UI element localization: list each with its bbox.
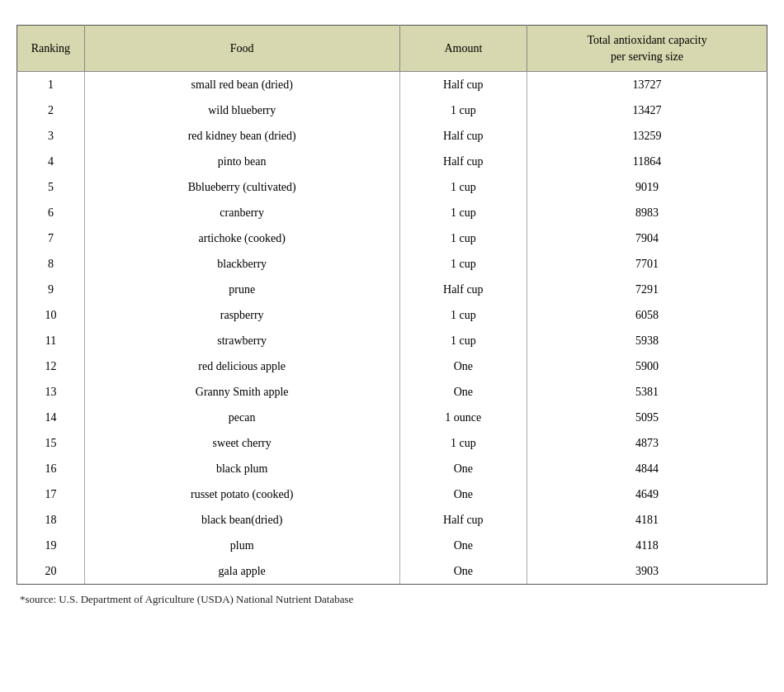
cell-amount: 1 ounce (399, 405, 527, 430)
table-row: 2wild blueberry1 cup13427 (17, 97, 767, 123)
cell-ranking: 5 (17, 174, 85, 200)
header-antioxidant: Total antioxidant capacityper serving si… (527, 26, 767, 72)
table-row: 20gala appleOne3903 (17, 558, 767, 585)
table-row: 15sweet cherry1 cup4873 (17, 430, 767, 456)
cell-ranking: 14 (17, 405, 85, 430)
table-row: 14pecan1 ounce5095 (17, 405, 767, 430)
cell-antioxidant: 4873 (527, 430, 767, 456)
cell-food: plum (84, 533, 399, 558)
cell-amount: Half cup (399, 507, 527, 533)
cell-food: strawberry (84, 328, 399, 353)
cell-antioxidant: 5938 (527, 328, 767, 353)
cell-amount: 1 cup (399, 251, 527, 277)
cell-antioxidant: 3903 (527, 558, 767, 585)
cell-amount: Half cup (399, 72, 527, 98)
cell-ranking: 18 (17, 507, 85, 533)
cell-ranking: 2 (17, 97, 85, 123)
cell-food: Granny Smith apple (84, 379, 399, 405)
cell-amount: One (399, 379, 527, 405)
cell-food: pinto bean (84, 149, 399, 174)
cell-amount: Half cup (399, 277, 527, 302)
cell-food: black plum (84, 456, 399, 481)
cell-food: sweet cherry (84, 430, 399, 456)
cell-amount: One (399, 456, 527, 481)
cell-food: russet potato (cooked) (84, 481, 399, 507)
cell-antioxidant: 5095 (527, 405, 767, 430)
cell-antioxidant: 4118 (527, 533, 767, 558)
cell-ranking: 9 (17, 277, 85, 302)
cell-food: wild blueberry (84, 97, 399, 123)
cell-ranking: 15 (17, 430, 85, 456)
cell-food: prune (84, 277, 399, 302)
antioxidant-table: Ranking Food Amount Total antioxidant ca… (17, 25, 767, 585)
cell-food: Bblueberry (cultivated) (84, 174, 399, 200)
cell-amount: Half cup (399, 149, 527, 174)
cell-food: cranberry (84, 200, 399, 225)
cell-antioxidant: 5900 (527, 353, 767, 379)
table-row: 7artichoke (cooked)1 cup7904 (17, 225, 767, 251)
cell-ranking: 8 (17, 251, 85, 277)
cell-antioxidant: 9019 (527, 174, 767, 200)
cell-amount: One (399, 533, 527, 558)
table-row: 5Bblueberry (cultivated)1 cup9019 (17, 174, 767, 200)
cell-antioxidant: 7904 (527, 225, 767, 251)
cell-ranking: 6 (17, 200, 85, 225)
cell-ranking: 4 (17, 149, 85, 174)
header-food: Food (84, 26, 399, 72)
cell-food: black bean(dried) (84, 507, 399, 533)
cell-ranking: 16 (17, 456, 85, 481)
table-row: 9pruneHalf cup7291 (17, 277, 767, 302)
cell-ranking: 11 (17, 328, 85, 353)
table-row: 12red delicious appleOne5900 (17, 353, 767, 379)
cell-antioxidant: 13427 (527, 97, 767, 123)
cell-ranking: 19 (17, 533, 85, 558)
cell-antioxidant: 13727 (527, 72, 767, 98)
cell-ranking: 17 (17, 481, 85, 507)
cell-antioxidant: 11864 (527, 149, 767, 174)
cell-amount: 1 cup (399, 430, 527, 456)
table-row: 4pinto beanHalf cup11864 (17, 149, 767, 174)
footnote: *source: U.S. Department of Agriculture … (17, 593, 767, 606)
cell-antioxidant: 5381 (527, 379, 767, 405)
cell-food: small red bean (dried) (84, 72, 399, 98)
cell-amount: One (399, 481, 527, 507)
cell-antioxidant: 7291 (527, 277, 767, 302)
cell-antioxidant: 4649 (527, 481, 767, 507)
table-row: 3red kidney bean (dried)Half cup13259 (17, 123, 767, 149)
cell-food: blackberry (84, 251, 399, 277)
cell-food: artichoke (cooked) (84, 225, 399, 251)
cell-food: raspberry (84, 302, 399, 328)
cell-ranking: 10 (17, 302, 85, 328)
table-row: 19plumOne4118 (17, 533, 767, 558)
cell-amount: One (399, 353, 527, 379)
table-row: 10raspberry1 cup6058 (17, 302, 767, 328)
cell-amount: Half cup (399, 123, 527, 149)
cell-ranking: 13 (17, 379, 85, 405)
cell-amount: One (399, 558, 527, 585)
cell-food: gala apple (84, 558, 399, 585)
table-row: 13Granny Smith appleOne5381 (17, 379, 767, 405)
cell-food: red kidney bean (dried) (84, 123, 399, 149)
cell-antioxidant: 8983 (527, 200, 767, 225)
table-row: 6cranberry1 cup8983 (17, 200, 767, 225)
header-ranking: Ranking (17, 26, 85, 72)
cell-antioxidant: 4844 (527, 456, 767, 481)
cell-amount: 1 cup (399, 328, 527, 353)
cell-amount: 1 cup (399, 97, 527, 123)
cell-antioxidant: 4181 (527, 507, 767, 533)
cell-food: pecan (84, 405, 399, 430)
table-row: 8blackberry1 cup7701 (17, 251, 767, 277)
table-row: 1small red bean (dried)Half cup13727 (17, 72, 767, 98)
table-row: 16black plumOne4844 (17, 456, 767, 481)
cell-antioxidant: 7701 (527, 251, 767, 277)
cell-amount: 1 cup (399, 174, 527, 200)
cell-ranking: 3 (17, 123, 85, 149)
main-container: Ranking Food Amount Total antioxidant ca… (17, 25, 767, 606)
header-amount: Amount (399, 26, 527, 72)
cell-antioxidant: 6058 (527, 302, 767, 328)
cell-ranking: 12 (17, 353, 85, 379)
cell-food: red delicious apple (84, 353, 399, 379)
cell-ranking: 1 (17, 72, 85, 98)
table-row: 17russet potato (cooked)One4649 (17, 481, 767, 507)
cell-amount: 1 cup (399, 200, 527, 225)
